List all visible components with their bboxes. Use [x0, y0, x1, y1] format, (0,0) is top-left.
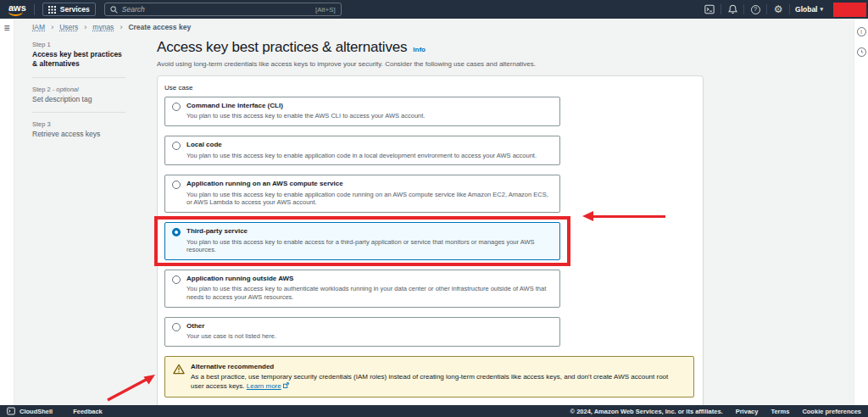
hamburger-menu-icon[interactable]: ≡	[3, 23, 9, 405]
search-shortcut: [Alt+S]	[315, 6, 336, 14]
help-panel-rail: i	[854, 19, 868, 405]
caret-down-icon: ▾	[820, 6, 823, 13]
wizard-steps-sidebar: Step 1 Access key best practices & alter…	[32, 41, 125, 140]
services-menu-button[interactable]: Services	[42, 3, 96, 16]
breadcrumb-link-users[interactable]: Users	[59, 23, 78, 31]
use-case-option-third-party[interactable]: Third-party service You plan to use this…	[164, 222, 560, 260]
divider	[32, 77, 125, 78]
breadcrumb: IAM › Users › mynas › Create access key	[32, 19, 191, 36]
radio-button[interactable]	[172, 275, 181, 284]
region-selector[interactable]: Global ▾	[790, 5, 828, 14]
footer-feedback-link[interactable]: Feedback	[73, 408, 103, 415]
breadcrumb-link-iam[interactable]: IAM	[32, 23, 45, 31]
bell-icon	[728, 4, 737, 14]
use-case-option-cli[interactable]: Command Line Interface (CLI) You plan to…	[164, 97, 560, 126]
cloudshell-icon	[7, 407, 15, 415]
breadcrumb-link-user[interactable]: mynas	[92, 23, 114, 31]
settings-button[interactable]: ⚙	[767, 0, 789, 19]
alternative-recommended-alert: Alternative recommended As a best practi…	[164, 356, 694, 398]
page-title: Access key best practices & alternatives	[157, 39, 407, 56]
option-title: Command Line Interface (CLI)	[186, 102, 425, 110]
warning-triangle-icon	[173, 364, 185, 375]
option-title: Application running outside AWS	[186, 275, 552, 283]
aws-console-screen: aws Services Search [Alt+S]	[0, 0, 868, 417]
use-case-label: Use case	[164, 84, 694, 92]
external-link-icon	[283, 382, 289, 388]
step-link-retrieve-keys[interactable]: Retrieve access keys	[32, 130, 125, 139]
services-grid-icon	[48, 6, 56, 14]
step-link-description-tag[interactable]: Set description tag	[32, 95, 125, 104]
step-number: Step 3	[32, 120, 125, 128]
radio-button[interactable]	[172, 181, 181, 189]
use-case-option-other[interactable]: Other Your use case is not listed here.	[164, 317, 560, 347]
use-case-card: Use case Command Line Interface (CLI) Yo…	[157, 75, 704, 417]
footer-cloudshell[interactable]: CloudShell	[7, 407, 53, 415]
notifications-button[interactable]	[721, 0, 743, 19]
gear-icon: ⚙	[774, 4, 783, 14]
option-description: You plan to use this access key to enabl…	[186, 191, 552, 208]
option-title: Local code	[186, 141, 537, 149]
option-description: You plan to use this access key to enabl…	[186, 112, 425, 120]
clock-icon[interactable]	[857, 47, 866, 57]
main-content: Access key best practices & alternatives…	[157, 39, 704, 417]
footer-copyright: © 2024, Amazon Web Services, Inc. or its…	[570, 408, 723, 415]
footer-link-privacy[interactable]: Privacy	[736, 408, 759, 415]
radio-button[interactable]	[172, 103, 181, 111]
left-rail: ≡	[0, 19, 14, 405]
info-link[interactable]: Info	[413, 46, 426, 53]
annotation-arrow-diagonal	[106, 370, 159, 403]
help-button[interactable]: ?	[744, 0, 766, 19]
console-footer: CloudShell Feedback © 2024, Amazon Web S…	[0, 405, 868, 417]
option-description: You plan to use this access key to enabl…	[186, 238, 552, 255]
divider	[34, 4, 35, 15]
step-link-best-practices[interactable]: Access key best practices & alternatives	[32, 50, 125, 70]
page-subtitle: Avoid using long-term credentials like a…	[157, 60, 704, 68]
option-description: Your use case is not listed here.	[186, 332, 276, 341]
search-placeholder: Search	[122, 5, 145, 14]
topbar-right-group: ? ⚙ Global ▾	[698, 0, 868, 19]
footer-link-cookie-preferences[interactable]: Cookie preferences	[802, 408, 861, 415]
alert-text: As a best practice, use temporary securi…	[191, 372, 682, 391]
option-title: Third-party service	[186, 227, 552, 236]
use-case-option-local-code[interactable]: Local code You plan to use this access k…	[164, 136, 560, 165]
search-input[interactable]: Search [Alt+S]	[104, 3, 342, 16]
radio-button[interactable]	[172, 323, 181, 331]
divider	[32, 112, 125, 113]
radio-button-selected[interactable]	[172, 228, 181, 236]
cloudshell-button[interactable]	[698, 0, 721, 19]
region-label: Global	[795, 5, 817, 14]
step-number: Step 1	[32, 41, 125, 48]
help-icon: ?	[751, 5, 760, 14]
footer-link-terms[interactable]: Terms	[771, 408, 789, 415]
services-label: Services	[60, 5, 90, 14]
use-case-option-compute-service[interactable]: Application running on an AWS compute se…	[164, 175, 560, 213]
step-number: Step 2 - optional	[32, 86, 125, 93]
option-description: You plan to use this access key to authe…	[186, 285, 552, 302]
use-case-option-outside-aws[interactable]: Application running outside AWS You plan…	[164, 270, 560, 308]
learn-more-link[interactable]: Learn more	[247, 382, 281, 390]
option-title: Other	[186, 322, 276, 331]
breadcrumb-separator: ›	[84, 23, 86, 31]
top-navigation-bar: aws Services Search [Alt+S]	[0, 0, 868, 19]
radio-button[interactable]	[172, 142, 181, 150]
search-magnifier-icon	[110, 6, 118, 14]
info-panel-icon[interactable]: i	[857, 27, 866, 36]
breadcrumb-current: Create access key	[128, 23, 191, 31]
option-description: You plan to use this access key to enabl…	[186, 152, 537, 160]
aws-logo[interactable]: aws	[8, 3, 26, 16]
cloudshell-icon	[704, 4, 715, 14]
alert-title: Alternative recommended	[191, 363, 682, 370]
breadcrumb-separator: ›	[120, 23, 122, 31]
breadcrumb-separator: ›	[51, 23, 53, 31]
account-name-redaction-box	[833, 3, 866, 17]
option-title: Application running on an AWS compute se…	[186, 180, 552, 188]
